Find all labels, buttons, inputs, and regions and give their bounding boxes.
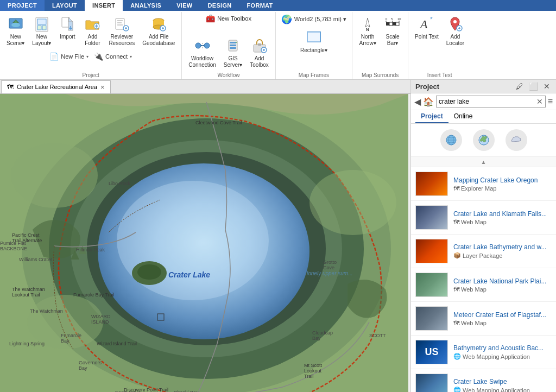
panel-cloud-icon-button[interactable]	[506, 129, 527, 151]
point-text-button[interactable]: A * Point Text	[412, 13, 442, 42]
panel-back-button[interactable]: ◀	[414, 97, 421, 107]
map-tab-close-button[interactable]: ×	[100, 83, 105, 91]
north-arrow-button[interactable]: N NorthArrow▾	[356, 13, 380, 49]
rectangle-button[interactable]: Rectangle▾	[279, 27, 349, 56]
tab-analysis[interactable]: ANALYSIS	[123, 0, 169, 11]
result-info-3: Crater Lake Bathymetry and w... 📦 Layer …	[453, 243, 552, 259]
ribbon-group-workflow: 🧰 New Toolbox WorkflowConnecti	[182, 12, 276, 79]
result-item-7[interactable]: Crater Lake Swipe 🌐 Web Mapping Applicat…	[411, 369, 556, 392]
ribbon-tab-bar: PROJECT LAYOUT INSERT ANALYSIS VIEW DESI…	[0, 0, 556, 11]
result-title-5: Meteor Crater East of Flagstaf...	[453, 311, 552, 319]
ribbon: PROJECT LAYOUT INSERT ANALYSIS VIEW DESI…	[0, 0, 556, 80]
result-thumb-7	[415, 374, 448, 392]
svg-rect-36	[393, 22, 396, 26]
result-type-icon-4: 🗺	[453, 286, 459, 293]
panel-globe2-icon-button[interactable]	[473, 129, 495, 151]
result-type-icon-2: 🗺	[453, 219, 459, 225]
crater-lake-map: Crater Lake Cleetwood Cove Trail Fumarol…	[0, 94, 410, 392]
svg-rect-6	[37, 26, 41, 30]
results-list: Mapping Crater Lake Oregon 🗺 Explorer Ma…	[411, 167, 556, 392]
add-file-geodatabase-icon	[150, 15, 167, 33]
tab-view[interactable]: VIEW	[169, 0, 200, 11]
map-view[interactable]: Crater Lake Cleetwood Cove Trail Fumarol…	[0, 94, 410, 392]
result-thumb-2	[415, 205, 448, 230]
add-folder-button[interactable]: AddFolder	[80, 13, 104, 49]
new-toolbox-label: New Toolbox	[217, 15, 251, 22]
panel-pin-button[interactable]: 🖊	[514, 82, 525, 91]
workflow-connection-button[interactable]: WorkflowConnection	[185, 35, 219, 71]
svg-point-59	[27, 295, 103, 349]
result-type-7: 🌐 Web Mapping Application	[453, 387, 552, 392]
panel-nav: ◀ 🏠 ✕ ≡	[411, 93, 556, 110]
add-file-geodatabase-button[interactable]: Add FileGeodatabase	[139, 13, 178, 49]
rectangle-label: Rectangle▾	[300, 47, 327, 54]
ribbon-group-workflow-label: Workflow	[182, 72, 275, 78]
import-button[interactable]: Import	[55, 13, 79, 42]
search-input[interactable]	[439, 98, 536, 105]
result-info-2: Crater Lake and Klamath Falls... 🗺 Web M…	[453, 210, 552, 225]
reviewer-resources-button[interactable]: ReviewerResources	[105, 13, 138, 49]
result-title-6: Bathymetry and Acoustic Bac...	[453, 344, 552, 352]
world2-dropdown-button[interactable]: 🌍 World2 (5,783 mi) ▾	[279, 13, 349, 26]
ribbon-group-project-label: Project	[0, 72, 181, 78]
result-item-4[interactable]: Crater Lake National Park Plai... 🗺 Web …	[411, 268, 556, 302]
result-thumb-6: US	[415, 340, 448, 364]
panel-home-button[interactable]: 🏠	[423, 97, 434, 107]
add-toolbox-label: AddToolbox	[250, 55, 268, 68]
main-area: 🗺 Crater Lake Recreational Area ×	[0, 80, 556, 392]
tab-design[interactable]: DESIGN	[200, 0, 239, 11]
svg-rect-13	[117, 22, 122, 23]
svg-text:N: N	[366, 27, 369, 32]
new-layout-button[interactable]: NewLayout▾	[29, 13, 54, 49]
panel-cloud-icon	[506, 129, 527, 151]
result-title-3: Crater Lake Bathymetry and w...	[453, 243, 552, 251]
new-scene-icon	[7, 15, 24, 33]
panel-float-button[interactable]: ⬜	[527, 82, 540, 91]
add-locator-button[interactable]: AddLocator	[443, 13, 467, 49]
result-item-6[interactable]: US Bathymetry and Acoustic Bac... 🌐 Web …	[411, 336, 556, 369]
sub-tab-online[interactable]: Online	[448, 110, 478, 123]
result-thumb-3	[415, 239, 448, 263]
sub-tab-project[interactable]: Project	[415, 110, 448, 123]
add-toolbox-button[interactable]: AddToolbox	[247, 35, 271, 71]
panel-close-button[interactable]: ✕	[542, 82, 552, 91]
svg-rect-14	[117, 24, 123, 26]
gis-server-button[interactable]: GISServer▾	[220, 35, 245, 71]
ribbon-content: NewScene▾ NewLayout▾	[0, 11, 556, 79]
new-scene-button[interactable]: NewScene▾	[3, 13, 28, 49]
workflow-connection-label: WorkflowConnection	[188, 55, 216, 68]
result-info-4: Crater Lake National Park Plai... 🗺 Web …	[453, 277, 552, 293]
connect-button[interactable]: 🔌 Connect ▾	[92, 51, 134, 62]
result-item-1[interactable]: Mapping Crater Lake Oregon 🗺 Explorer Ma…	[411, 167, 556, 201]
connect-label: Connect	[105, 53, 128, 60]
svg-rect-12	[117, 20, 123, 21]
tab-format[interactable]: FORMAT	[239, 0, 281, 11]
gis-server-label: GISServer▾	[224, 55, 242, 68]
result-thumb-1	[415, 172, 448, 196]
search-clear-button[interactable]: ✕	[536, 97, 543, 106]
result-item-3[interactable]: Crater Lake Bathymetry and w... 📦 Layer …	[411, 235, 556, 268]
north-arrow-icon: N	[359, 15, 376, 33]
result-item-5[interactable]: Meteor Crater East of Flagstaf... 🗺 Web …	[411, 302, 556, 336]
map-tab-crater-lake[interactable]: 🗺 Crater Lake Recreational Area ×	[1, 80, 111, 93]
tab-insert[interactable]: INSERT	[85, 0, 123, 11]
point-text-label: Point Text	[415, 34, 439, 40]
svg-text:0: 0	[386, 17, 388, 21]
add-locator-icon	[446, 15, 464, 33]
result-info-6: Bathymetry and Acoustic Bac... 🌐 Web Map…	[453, 344, 552, 360]
tab-layout[interactable]: LAYOUT	[45, 0, 85, 11]
svg-point-25	[236, 42, 237, 43]
scale-bar-button[interactable]: 0 5 10 ScaleBar▾	[381, 13, 405, 49]
result-type-2: 🗺 Web Map	[453, 219, 552, 225]
panel-menu-button[interactable]: ≡	[548, 97, 553, 106]
add-file-geodatabase-label: Add FileGeodatabase	[142, 34, 175, 47]
new-file-button[interactable]: 📄 New File ▾	[47, 51, 91, 62]
result-type-4: 🗺 Web Map	[453, 286, 552, 293]
svg-text:5: 5	[391, 17, 393, 21]
result-item-2[interactable]: Crater Lake and Klamath Falls... 🗺 Web M…	[411, 201, 556, 235]
result-type-3: 📦 Layer Package	[453, 252, 552, 259]
tab-project[interactable]: PROJECT	[0, 0, 45, 11]
panel-globe-icon-button[interactable]	[440, 129, 462, 151]
project-panel: Project 🖊 ⬜ ✕ ◀ 🏠 ✕ ≡ Project Online	[410, 80, 556, 392]
new-toolbox-button[interactable]: 🧰 New Toolbox	[204, 13, 254, 24]
